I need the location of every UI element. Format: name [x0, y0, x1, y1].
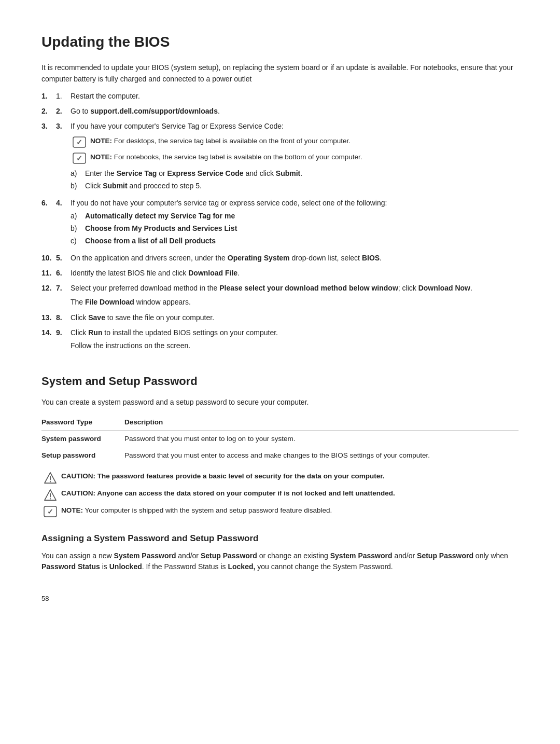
svg-point-9	[50, 498, 51, 499]
caution-text-1: CAUTION: The password features provide a…	[61, 471, 519, 481]
table-cell-setup-type: Setup password	[41, 447, 124, 464]
table-header-description: Description	[124, 415, 519, 430]
step-2: 2. Go to support.dell.com/support/downlo…	[41, 106, 519, 117]
svg-text:✓: ✓	[76, 138, 82, 146]
note-text-3a: NOTE: For desktops, the service tag labe…	[90, 136, 519, 146]
bios-steps-list: 1. Restart the computer. 2. Go to suppor…	[41, 91, 519, 351]
step-8-content: Click Save to save the file on your comp…	[71, 312, 519, 323]
step-3-content: If you have your computer's Service Tag …	[71, 121, 519, 194]
svg-point-6	[50, 481, 51, 482]
bios-intro: It is recommended to update your BIOS (s…	[41, 62, 519, 85]
step-6-number: 6.	[56, 268, 71, 279]
step-1: 1. Restart the computer.	[41, 91, 519, 102]
step-7-content: Select your preferred download method in…	[71, 283, 519, 308]
step-4-content: If you do not have your computer's servi…	[71, 198, 519, 249]
table-cell-system-type: System password	[41, 430, 124, 447]
step-9-content: Click Run to install the updated BIOS se…	[71, 327, 519, 352]
subsection-title: Assigning a System Password and Setup Pa…	[41, 532, 519, 545]
step-4a-text: Automatically detect my Service Tag for …	[85, 211, 235, 222]
password-note: ✓ NOTE: Your computer is shipped with th…	[41, 505, 519, 517]
step-5: 5. On the application and drivers screen…	[41, 253, 519, 264]
step-4a: a) Automatically detect my Service Tag f…	[71, 211, 519, 222]
step-9: 9. Click Run to install the updated BIOS…	[41, 327, 519, 352]
svg-text:✓: ✓	[76, 154, 82, 162]
step-5-number: 5.	[56, 253, 71, 264]
step-3-sub: a) Enter the Service Tag or Express Serv…	[71, 168, 519, 191]
step-4-number: 4.	[56, 198, 71, 209]
svg-text:✓: ✓	[47, 507, 53, 516]
step-5-content: On the application and drivers screen, u…	[71, 253, 519, 264]
step-3b: b) Click Submit and proceed to step 5.	[71, 181, 519, 191]
step-7: 7. Select your preferred download method…	[41, 283, 519, 308]
step-4b: b) Choose from My Products and Services …	[71, 223, 519, 234]
step-9-number: 9.	[56, 327, 71, 338]
password-table: Password Type Description System passwor…	[41, 415, 519, 464]
step-6-content: Identify the latest BIOS file and click …	[71, 268, 519, 279]
step-3a: a) Enter the Service Tag or Express Serv…	[71, 168, 519, 179]
step-4-sub: a) Automatically detect my Service Tag f…	[71, 211, 519, 246]
caution-icon-2	[44, 489, 57, 501]
note-icon-3a: ✓	[73, 136, 86, 148]
caution-1: CAUTION: The password features provide a…	[41, 471, 519, 484]
table-row-setup: Setup password Password that you must en…	[41, 447, 519, 464]
step-8: 8. Click Save to save the file on your c…	[41, 312, 519, 323]
table-row-system: System password Password that you must e…	[41, 430, 519, 447]
step-4b-label: b)	[71, 223, 85, 234]
password-intro: You can create a system password and a s…	[41, 397, 519, 408]
step-1-number: 1.	[56, 91, 71, 102]
note-icon-password: ✓	[44, 506, 57, 517]
step-4c: c) Choose from a list of all Dell produc…	[71, 236, 519, 246]
table-cell-system-desc: Password that you must enter to log on t…	[124, 430, 519, 447]
password-title: System and Setup Password	[41, 373, 519, 390]
step-8-number: 8.	[56, 312, 71, 323]
step-4: 4. If you do not have your computer's se…	[41, 198, 519, 249]
step-4a-label: a)	[71, 211, 85, 222]
step-3a-text: Enter the Service Tag or Express Service…	[85, 168, 302, 179]
step-2-content: Go to support.dell.com/support/downloads…	[71, 106, 519, 117]
step-2-number: 2.	[56, 106, 71, 117]
caution-icon-1	[44, 472, 57, 484]
step-3b-label: b)	[71, 181, 85, 191]
step-4c-label: c)	[71, 236, 85, 246]
step-3-number: 3.	[56, 121, 71, 132]
note-3a: ✓ NOTE: For desktops, the service tag la…	[71, 136, 519, 148]
bios-title: Updating the BIOS	[41, 31, 519, 53]
step-4c-text: Choose from a list of all Dell products	[85, 236, 216, 246]
subsection-text: You can assign a new System Password and…	[41, 550, 519, 573]
table-header-type: Password Type	[41, 415, 124, 430]
step-3b-text: Click Submit and proceed to step 5.	[85, 181, 202, 191]
note-icon-3b: ✓	[73, 153, 86, 164]
note-text-3b: NOTE: For notebooks, the service tag lab…	[90, 152, 519, 162]
step-1-content: Restart the computer.	[71, 91, 519, 102]
caution-2: CAUTION: Anyone can access the data stor…	[41, 488, 519, 501]
table-cell-setup-desc: Password that you must enter to access a…	[124, 447, 519, 464]
step-4b-text: Choose from My Products and Services Lis…	[85, 223, 237, 234]
step-6: 6. Identify the latest BIOS file and cli…	[41, 268, 519, 279]
step-7-number: 7.	[56, 283, 71, 294]
step-3: 3. If you have your computer's Service T…	[41, 121, 519, 194]
step-3a-label: a)	[71, 168, 85, 179]
note-3b: ✓ NOTE: For notebooks, the service tag l…	[71, 152, 519, 164]
caution-text-2: CAUTION: Anyone can access the data stor…	[61, 488, 519, 499]
page-number: 58	[41, 594, 519, 604]
note-text-password: NOTE: Your computer is shipped with the …	[61, 505, 519, 516]
